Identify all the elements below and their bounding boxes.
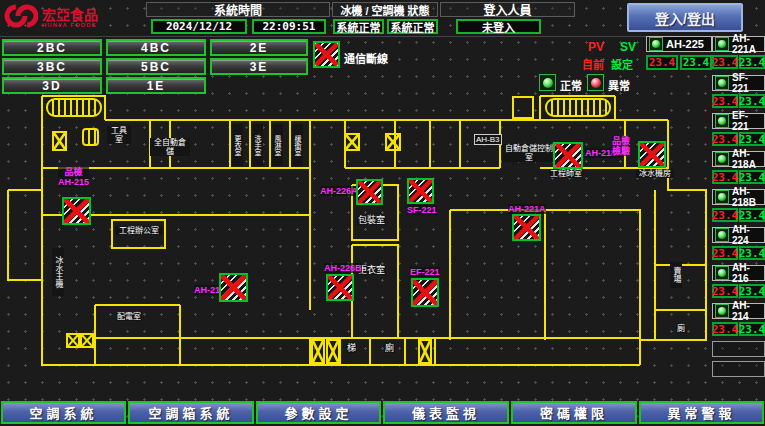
bottom-button-meter-monitor[interactable]: 儀表監視 (383, 401, 509, 424)
pv-header: PV (588, 40, 604, 54)
unit-status-lamp (715, 228, 729, 242)
logo-subtitle: HUNYA FOODS (42, 22, 98, 28)
floor-button-4bc[interactable]: 4BC (106, 39, 206, 56)
unit-ah-218a[interactable]: AH-218A (712, 151, 765, 167)
room-label: 配電室 (116, 312, 142, 321)
unit-sv-value: 23.4 (739, 246, 765, 260)
unit-name-label: AH-218A (732, 148, 762, 170)
marker-label: AH-226A (320, 186, 358, 196)
room-label: 工具室 (107, 126, 131, 144)
bottom-button-param-setting[interactable]: 參數設定 (256, 401, 381, 424)
room-label: AH-B3 (474, 134, 502, 145)
room-label: 工程辦公室 (115, 226, 163, 235)
unit-ef-221[interactable]: EF-221 (712, 113, 765, 129)
comm-loss-marker (553, 142, 583, 169)
room-label: 更衣室 (231, 124, 243, 166)
hunya-logo-icon (4, 1, 38, 35)
unit-ah-225[interactable]: AH-225 (646, 36, 712, 52)
floor-button-3e[interactable]: 3E (210, 58, 308, 75)
system-time-value: 22:09:51 (252, 19, 326, 34)
unit-ah-216[interactable]: AH-216 (712, 265, 765, 281)
stairs-icon (46, 98, 102, 117)
comm-loss-legend-label: 通信斷線 (344, 50, 388, 66)
unit-status-lamp (715, 114, 729, 128)
unit-status-lamp (715, 152, 729, 166)
hunya-logo: 宏亞食品 HUNYA FOODS (4, 2, 144, 34)
comm-loss-marker (407, 178, 434, 204)
elevator-icon (52, 131, 67, 151)
unit-ah-218b[interactable]: AH-218B (712, 189, 765, 205)
unit-pv-value: 23.4 (712, 55, 738, 69)
unit-sf-221[interactable]: SF-221 (712, 75, 765, 91)
unit-status-lamp (715, 76, 729, 90)
room-label: 冰水機房 (636, 169, 674, 178)
setpoint-header: 設定 (611, 56, 633, 72)
comm-loss-marker (356, 179, 383, 205)
room-label: 賣場 (670, 262, 682, 288)
unit-pv-value: 23.4 (712, 284, 738, 298)
bottom-button-password-auth[interactable]: 密碼權限 (511, 401, 637, 424)
unit-status-lamp (715, 190, 729, 204)
marker-label: 品檢檢驗 (612, 136, 630, 156)
unit-name-label: AH-224 (732, 224, 762, 246)
login-logout-button[interactable]: 登入/登出 (627, 3, 743, 32)
floor-button-5bc[interactable]: 5BC (106, 58, 206, 75)
unit-sv-value: 23.4 (739, 170, 765, 184)
unit-status-lamp (715, 266, 729, 280)
marker-label: AH-226B (324, 263, 362, 273)
room-label: 冰水主機 (52, 248, 64, 296)
unit-slot-empty (712, 361, 765, 377)
bottom-button-ac-system[interactable]: 空調系統 (1, 401, 126, 424)
ahu-status-value: 系統正常 (387, 19, 438, 34)
normal-legend-lamp (539, 74, 556, 91)
elevator-icon (80, 333, 94, 348)
unit-ah-221a[interactable]: AH-221A (712, 36, 765, 52)
chiller-status-value: 系統正常 (333, 19, 384, 34)
unit-ah-214[interactable]: AH-214 (712, 303, 765, 319)
comm-loss-marker (219, 273, 248, 302)
elevator-icon (66, 333, 80, 348)
unit-pv-value: 23.4 (712, 246, 738, 260)
floor-plan: 工具室 全自動倉儲 更衣室 洗手室 風淋室 緩衝室 AH-B3 自動倉儲控制室 … (0, 90, 712, 396)
room-label: 包裝室 (357, 216, 386, 225)
unit-name-label: AH-218B (732, 186, 762, 208)
system-time-label: 系統時間 (146, 2, 330, 17)
stairs-icon (545, 98, 611, 117)
room-label: 自動倉儲控制室 (502, 144, 556, 162)
stairs-icon (82, 128, 99, 146)
unit-status-lamp (649, 37, 663, 51)
login-user-value: 未登入 (456, 19, 541, 34)
elevator-icon (418, 339, 432, 364)
unit-name-label: EF-221 (732, 110, 762, 132)
floor-button-3bc[interactable]: 3BC (2, 58, 102, 75)
unit-sv-value: 23.4 (739, 94, 765, 108)
comm-loss-marker (638, 141, 666, 168)
hvac-monitor-screen: 宏亞食品 HUNYA FOODS 系統時間 2024/12/12 22:09:5… (0, 0, 765, 426)
logo-name: 宏亞食品 (42, 9, 98, 22)
room-label: 梯 (346, 344, 357, 353)
abnormal-legend-lamp (587, 74, 604, 91)
comm-loss-marker (512, 214, 541, 241)
unit-sv-value: 23.4 (739, 322, 765, 336)
header-bar: 宏亞食品 HUNYA FOODS 系統時間 2024/12/12 22:09:5… (0, 0, 765, 37)
bottom-button-alarm[interactable]: 異常警報 (639, 401, 764, 424)
comm-loss-marker (411, 278, 439, 307)
elevator-icon (311, 339, 325, 364)
current-header: 目前 (582, 56, 604, 72)
unit-ah-224[interactable]: AH-224 (712, 227, 765, 243)
unit-pv-value: 23.4 (712, 94, 738, 108)
comm-loss-legend-icon (313, 41, 340, 68)
unit-pv-value: 23.4 (712, 132, 738, 146)
room-label: 緩衝室 (291, 124, 303, 166)
floor-button-2bc[interactable]: 2BC (2, 39, 102, 56)
login-user-label: 登入人員 (440, 2, 575, 17)
unit-sv-value: 23.4 (680, 55, 712, 70)
floor-button-2e[interactable]: 2E (210, 39, 308, 56)
room-label: 風淋室 (271, 124, 283, 166)
bottom-button-ahu-system[interactable]: 空調箱系統 (128, 401, 254, 424)
unit-pv-value: 23.4 (646, 55, 678, 70)
marker-label: AH-221A (508, 204, 546, 214)
room-label: 工程師室 (549, 169, 583, 178)
machine-status-label: 冰機 / 空調機 狀態 (332, 2, 438, 17)
unit-pv-value: 23.4 (712, 208, 738, 222)
